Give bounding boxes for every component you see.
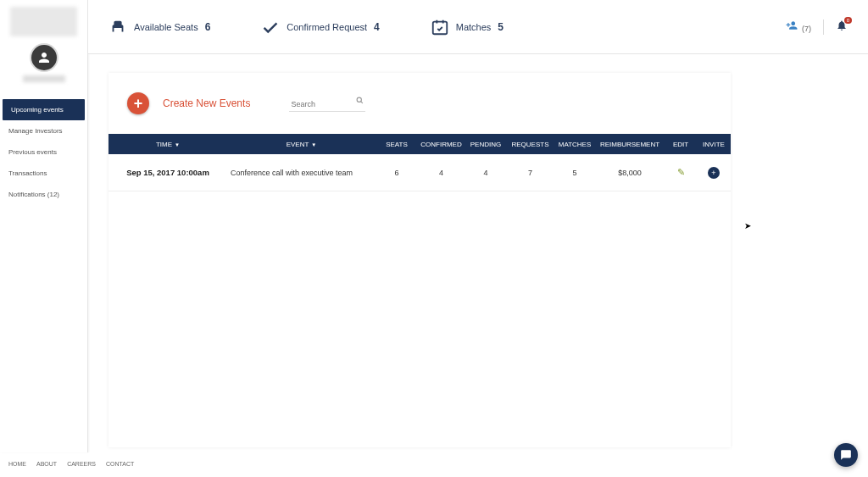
cell-matches: 5 <box>554 169 596 177</box>
header-pending[interactable]: PENDING <box>465 141 507 148</box>
sort-arrow-icon: ▼ <box>175 142 180 147</box>
cell-reimbursement: $8,000 <box>596 169 664 177</box>
edit-button[interactable]: ✎ <box>677 167 685 177</box>
person-add-icon <box>785 19 798 31</box>
svg-rect-0 <box>433 21 448 34</box>
metric-value: 5 <box>498 21 504 33</box>
avatar[interactable] <box>31 45 57 70</box>
table-header: TIME▼ EVENT▼ SEATS CONFIRMED PENDING REQ… <box>108 134 731 154</box>
footer-links: HOME ABOUT CAREERS CONTACT <box>8 461 134 467</box>
header-time[interactable]: TIME▼ <box>108 141 227 148</box>
header-reimbursement[interactable]: REIMBURSEMENT <box>596 141 664 148</box>
footer-link-about[interactable]: ABOUT <box>36 461 57 467</box>
header-event[interactable]: EVENT▼ <box>227 141 376 148</box>
cell-event: Conference call with executive team <box>227 169 376 177</box>
create-event-label: Create New Events <box>163 97 250 109</box>
chat-icon <box>840 449 852 461</box>
metric-label: Matches <box>456 22 492 32</box>
header-seats[interactable]: SEATS <box>376 141 418 148</box>
search-icon <box>356 97 364 106</box>
metric-value: 6 <box>205 21 211 33</box>
logo <box>10 7 77 36</box>
svg-line-2 <box>361 102 363 103</box>
seat-icon <box>108 18 127 36</box>
nav-list: Upcoming events Manage Investors Previou… <box>0 99 87 205</box>
calendar-check-icon <box>431 18 449 36</box>
metric-label: Confirmed Request <box>287 22 367 32</box>
cell-seats: 6 <box>376 169 418 177</box>
add-friend-button[interactable]: (7) <box>785 19 811 34</box>
sidebar-item-previous-events[interactable]: Previous events <box>0 141 87 163</box>
metric-label: Available Seats <box>134 22 198 32</box>
sort-arrow-icon: ▼ <box>311 142 316 147</box>
sidebar-item-transactions[interactable]: Transactions <box>0 163 87 184</box>
friend-count: (7) <box>802 25 811 33</box>
metric-value: 4 <box>374 21 380 33</box>
metric-confirmed-request: Confirmed Request 4 <box>261 18 379 36</box>
divider <box>823 19 824 35</box>
header-confirmed[interactable]: CONFIRMED <box>418 141 465 148</box>
check-icon <box>261 18 280 36</box>
chat-bubble-button[interactable] <box>834 443 858 467</box>
sidebar-item-upcoming-events[interactable]: Upcoming events <box>3 99 85 120</box>
table-row[interactable]: Sep 15, 2017 10:00am Conference call wit… <box>108 154 731 191</box>
footer-link-contact[interactable]: CONTACT <box>106 461 134 467</box>
cell-confirmed: 4 <box>418 169 465 177</box>
cell-pending: 4 <box>465 169 507 177</box>
sidebar: Upcoming events Manage Investors Previou… <box>0 0 88 452</box>
header-requests[interactable]: REQUESTS <box>507 141 554 148</box>
metric-available-seats: Available Seats 6 <box>108 18 210 36</box>
metric-matches: Matches 5 <box>431 18 504 36</box>
notifications-button[interactable]: 0 <box>836 19 848 34</box>
cell-edit: ✎ <box>664 167 698 178</box>
sidebar-item-notifications[interactable]: Notifications (12) <box>0 184 87 205</box>
invite-button[interactable]: + <box>708 167 720 179</box>
cell-requests: 7 <box>507 169 554 177</box>
user-icon <box>36 50 52 65</box>
header-matches[interactable]: MATCHES <box>554 141 596 148</box>
search-input[interactable] <box>289 97 365 112</box>
svg-point-1 <box>358 97 362 102</box>
cursor-icon: ➤ <box>744 221 751 230</box>
avatar-section <box>0 40 87 94</box>
events-card: + Create New Events TIME▼ EVENT▼ SEATS C… <box>108 73 731 447</box>
cell-invite: + <box>698 167 730 179</box>
bell-badge: 0 <box>844 17 852 24</box>
header-invite: INVITE <box>698 141 730 148</box>
create-event-button[interactable]: + <box>127 92 149 114</box>
header-edit: EDIT <box>664 141 698 148</box>
search-box <box>289 95 365 112</box>
username <box>23 75 65 82</box>
topbar: Available Seats 6 Confirmed Request 4 Ma… <box>88 0 868 54</box>
footer-link-home[interactable]: HOME <box>8 461 26 467</box>
create-row: + Create New Events <box>108 73 731 134</box>
sidebar-item-manage-investors[interactable]: Manage Investors <box>0 120 87 141</box>
topbar-right: (7) 0 <box>785 19 848 35</box>
cell-time: Sep 15, 2017 10:00am <box>108 168 227 177</box>
footer-link-careers[interactable]: CAREERS <box>67 461 96 467</box>
